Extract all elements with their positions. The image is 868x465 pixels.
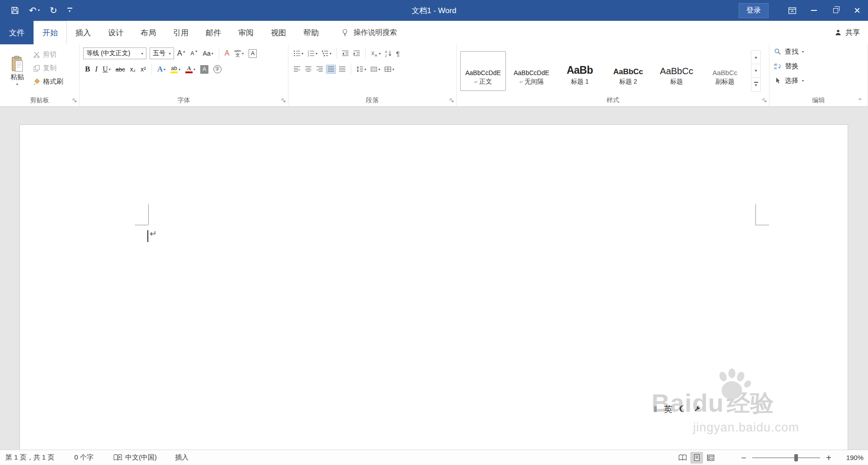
- style-normal[interactable]: AaBbCcDdE ↵正文: [460, 51, 506, 91]
- styles-scroll-up-button[interactable]: ▲: [751, 51, 760, 64]
- style-heading-2[interactable]: AaBbCc 标题 2: [605, 51, 651, 91]
- dialog-launcher-icon: [449, 98, 454, 103]
- word-count-indicator[interactable]: 0 个字: [74, 453, 94, 462]
- sort-button[interactable]: A Z: [383, 49, 393, 58]
- underline-button[interactable]: U▾: [101, 65, 113, 74]
- customize-quick-access-button[interactable]: ▾: [67, 8, 72, 13]
- enclose-characters-button[interactable]: 字: [212, 65, 223, 74]
- shading-button[interactable]: ▾: [369, 65, 382, 74]
- bold-button[interactable]: B: [83, 64, 92, 74]
- insert-mode-indicator[interactable]: 插入: [175, 453, 189, 462]
- text-effects-button[interactable]: A▾: [156, 64, 167, 74]
- zoom-out-button[interactable]: −: [739, 453, 749, 462]
- clipboard-dialog-launcher[interactable]: [72, 98, 77, 103]
- svg-text:Z: Z: [385, 54, 387, 57]
- tab-review[interactable]: 审阅: [230, 21, 262, 44]
- style-no-spacing[interactable]: AaBbCcDdE ↵无间隔: [509, 51, 554, 91]
- clear-formatting-button[interactable]: A: [223, 49, 231, 58]
- tab-home[interactable]: 开始: [33, 21, 67, 44]
- font-color-button[interactable]: A ▾: [184, 65, 197, 74]
- select-button[interactable]: 选择 ▾: [774, 75, 864, 86]
- character-border-button[interactable]: A: [247, 49, 259, 58]
- close-button[interactable]: ×: [846, 0, 868, 21]
- font-size-combo[interactable]: 五号 ▾: [150, 47, 174, 59]
- clipboard-group-label: 剪贴板: [0, 95, 79, 106]
- align-right-button[interactable]: [315, 65, 325, 74]
- asian-layout-button[interactable]: XA ▾: [369, 49, 382, 58]
- styles-gallery-more-button[interactable]: ▼: [751, 78, 760, 91]
- font-dialog-launcher[interactable]: [281, 98, 286, 103]
- style-subtitle[interactable]: AaBbCc 副标题: [702, 51, 748, 91]
- select-cursor-icon: [774, 77, 781, 84]
- page-number-indicator[interactable]: 第 1 页，共 1 页: [5, 453, 54, 462]
- sign-in-button[interactable]: 登录: [739, 3, 769, 18]
- undo-button[interactable]: ↶▾: [29, 6, 40, 15]
- grow-font-button[interactable]: A▲: [175, 49, 188, 58]
- style-heading-1[interactable]: AaBb 标题 1: [557, 51, 603, 91]
- zoom-level-indicator[interactable]: 190%: [839, 454, 863, 461]
- phonetic-guide-button[interactable]: wén 文 ▾: [232, 49, 245, 58]
- zoom-slider-thumb[interactable]: [794, 454, 798, 461]
- character-shading-button[interactable]: A: [198, 65, 210, 74]
- show-hide-marks-button[interactable]: ¶: [395, 49, 401, 58]
- format-painter-button[interactable]: 格式刷: [33, 76, 63, 88]
- tab-help[interactable]: 帮助: [295, 21, 327, 44]
- collapse-ribbon-button[interactable]: ⌃: [858, 98, 863, 104]
- numbering-button[interactable]: 1 2 3 ▾: [306, 49, 319, 58]
- tab-view[interactable]: 视图: [262, 21, 295, 44]
- distribute-button[interactable]: [337, 65, 347, 74]
- font-name-combo[interactable]: 等线 (中文正文) ▾: [83, 47, 146, 59]
- read-mode-button[interactable]: [676, 452, 689, 464]
- strikethrough-button[interactable]: abc: [114, 66, 127, 73]
- cut-button[interactable]: 剪切: [33, 48, 63, 61]
- style-title[interactable]: AaBbCc 标题: [654, 51, 699, 91]
- line-spacing-button[interactable]: ▾: [355, 65, 368, 74]
- italic-button[interactable]: I: [93, 64, 99, 74]
- ime-settings-button[interactable]: [693, 405, 701, 414]
- tab-insert[interactable]: 插入: [67, 21, 99, 44]
- justify-button[interactable]: [326, 65, 336, 74]
- share-button[interactable]: 共享: [835, 21, 860, 44]
- ime-mode-toggle[interactable]: 英: [664, 403, 672, 415]
- web-layout-button[interactable]: [704, 452, 717, 464]
- styles-scroll-down-button[interactable]: ▼: [751, 64, 760, 78]
- tab-design[interactable]: 设计: [99, 21, 132, 44]
- tab-references[interactable]: 引用: [165, 21, 197, 44]
- decrease-indent-button[interactable]: [340, 49, 350, 58]
- drag-handle-icon[interactable]: ‖: [654, 405, 657, 414]
- styles-dialog-launcher[interactable]: [762, 98, 767, 103]
- increase-indent-button[interactable]: [352, 49, 362, 58]
- save-button[interactable]: [11, 6, 19, 14]
- tab-file[interactable]: 文件: [0, 21, 33, 44]
- multilevel-list-button[interactable]: ▾: [320, 49, 333, 58]
- align-right-icon: [316, 66, 323, 73]
- tab-layout[interactable]: 布局: [132, 21, 165, 44]
- borders-button[interactable]: ▾: [383, 65, 396, 74]
- change-case-button[interactable]: Aa▾: [201, 49, 215, 57]
- tell-me-search[interactable]: 操作说明搜索: [341, 21, 397, 44]
- document-page[interactable]: ↵ Baidu 经验 jingyan.baidu.com: [19, 124, 848, 450]
- replace-button[interactable]: ab ac 替换: [774, 60, 864, 72]
- fullwidth-toggle[interactable]: [679, 405, 687, 414]
- language-indicator[interactable]: 中文(中国): [113, 453, 157, 462]
- shrink-font-button[interactable]: A▼: [189, 50, 200, 57]
- ribbon-display-options-button[interactable]: [781, 0, 803, 21]
- replace-label: 替换: [785, 62, 798, 71]
- zoom-in-button[interactable]: +: [824, 453, 834, 462]
- tab-mailings[interactable]: 邮件: [197, 21, 230, 44]
- restore-button[interactable]: [825, 0, 846, 21]
- find-button[interactable]: 查找 ▾: [774, 46, 864, 57]
- redo-button[interactable]: ↻: [50, 6, 57, 15]
- copy-button[interactable]: 复制: [33, 62, 63, 74]
- align-center-button[interactable]: [303, 65, 313, 74]
- paragraph-dialog-launcher[interactable]: [449, 98, 454, 103]
- zoom-slider[interactable]: [752, 457, 820, 458]
- align-left-button[interactable]: [292, 65, 302, 74]
- bullets-button[interactable]: ▾: [292, 49, 305, 58]
- paste-button[interactable]: 粘贴 ▾: [4, 47, 31, 95]
- highlight-button[interactable]: ab ▾: [169, 65, 182, 74]
- subscript-button[interactable]: x₂: [128, 65, 137, 73]
- minimize-button[interactable]: [803, 0, 825, 21]
- print-layout-button[interactable]: [690, 452, 703, 464]
- superscript-button[interactable]: x²: [139, 65, 148, 73]
